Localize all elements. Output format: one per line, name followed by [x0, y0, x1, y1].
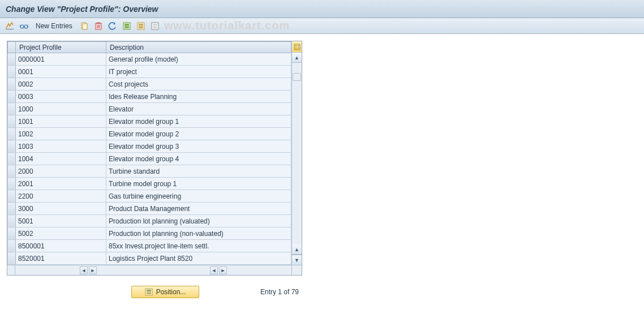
cell-profile[interactable]: 1004	[16, 153, 106, 165]
cell-profile[interactable]: 0002	[16, 78, 106, 91]
cell-description[interactable]: Elevator model group 2	[106, 128, 291, 140]
svg-point-2	[24, 25, 28, 28]
col-header-profile[interactable]: Project Profile	[16, 42, 106, 53]
row-selector[interactable]	[8, 78, 16, 91]
cell-profile[interactable]: 8520001	[16, 252, 106, 265]
row-selector[interactable]	[8, 91, 16, 103]
cell-description[interactable]: Ides Release Planning	[106, 91, 291, 103]
cell-description[interactable]: General profile (model)	[106, 53, 291, 66]
delete-icon[interactable]	[92, 20, 105, 32]
vertical-scrollbar[interactable]: ▲ ▲ ▼	[291, 41, 302, 265]
undo-icon[interactable]	[106, 20, 119, 32]
row-selector[interactable]	[8, 53, 16, 66]
col-header-description[interactable]: Description	[106, 42, 291, 53]
glasses-detail-icon[interactable]	[18, 20, 30, 32]
scroll-down-icon[interactable]: ▼	[292, 255, 302, 265]
cell-description[interactable]: Elevator model group 3	[106, 140, 291, 153]
title-bar: Change View "Project Profile": Overview	[0, 0, 644, 18]
row-selector[interactable]	[8, 190, 16, 203]
cell-description[interactable]: Product Data Management	[106, 203, 291, 215]
row-selector[interactable]	[8, 115, 16, 128]
table-row: 1000Elevator	[8, 103, 291, 115]
copy-icon[interactable]	[78, 20, 91, 32]
cell-profile[interactable]: 1000	[16, 103, 106, 115]
svg-rect-18	[294, 44, 300, 50]
cell-profile[interactable]: 0003	[16, 91, 106, 103]
svg-rect-4	[83, 24, 87, 29]
cell-description[interactable]: Gas turbine engineering	[106, 190, 291, 203]
hscroll-right2-icon[interactable]: ►	[219, 266, 227, 274]
cell-description[interactable]: Elevator model group 1	[106, 115, 291, 128]
row-selector[interactable]	[8, 215, 16, 227]
cell-description[interactable]: Production lot planning (valuated)	[106, 215, 291, 227]
cell-profile[interactable]: 8500001	[16, 240, 106, 252]
row-selector[interactable]	[8, 103, 16, 115]
cell-description[interactable]: Cost projects	[106, 78, 291, 91]
table-row: 2000Turbine standard	[8, 165, 291, 178]
cell-profile[interactable]: 2200	[16, 190, 106, 203]
cell-profile[interactable]: 2000	[16, 165, 106, 178]
cell-profile[interactable]: 0001	[16, 66, 106, 78]
hscroll-left-icon[interactable]: ◄	[80, 266, 88, 274]
row-selector[interactable]	[8, 128, 16, 140]
svg-point-1	[20, 25, 24, 28]
row-selector[interactable]	[8, 227, 16, 240]
cell-description[interactable]: Logistics Project Plant 8520	[106, 252, 291, 265]
row-selector[interactable]	[8, 178, 16, 190]
row-selector[interactable]	[8, 66, 16, 78]
svg-rect-9	[124, 27, 129, 28]
scroll-track[interactable]	[292, 63, 302, 244]
horizontal-scrollbar[interactable]: ◄ ► ◄ ►	[7, 265, 302, 275]
content-area: Project Profile Description 0000001Gener…	[0, 34, 644, 305]
svg-rect-22	[298, 48, 299, 49]
row-selector[interactable]	[8, 240, 16, 252]
cell-profile[interactable]: 2001	[16, 178, 106, 190]
table-config-icon[interactable]	[292, 41, 302, 53]
row-selector[interactable]	[8, 252, 16, 265]
scroll-thumb[interactable]	[293, 73, 301, 81]
hscroll-right-icon[interactable]: ►	[89, 266, 97, 274]
new-entries-button[interactable]: New Entries	[32, 20, 76, 32]
cell-description[interactable]: Elevator	[106, 103, 291, 115]
cell-profile[interactable]: 5001	[16, 215, 106, 227]
row-selector[interactable]	[8, 153, 16, 165]
row-selector[interactable]	[8, 165, 16, 178]
scroll-up2-icon[interactable]: ▲	[292, 244, 302, 255]
select-block-icon[interactable]	[135, 20, 147, 32]
scroll-up-icon[interactable]: ▲	[292, 53, 302, 63]
table-row: 850000185xx Invest.project line-item set…	[8, 240, 291, 252]
cell-description[interactable]: 85xx Invest.project line-item settl.	[106, 240, 291, 252]
table-row: 0000001General profile (model)	[8, 53, 291, 66]
svg-rect-20	[298, 45, 299, 46]
cell-profile[interactable]: 1002	[16, 128, 106, 140]
table-row: 1001Elevator model group 1	[8, 115, 291, 128]
cell-description[interactable]: Turbine model group 1	[106, 178, 291, 190]
svg-rect-16	[153, 25, 157, 27]
header-select-all[interactable]	[8, 42, 16, 53]
cell-description[interactable]: Turbine standard	[106, 165, 291, 178]
hscroll-left2-icon[interactable]: ◄	[210, 266, 218, 274]
row-selector[interactable]	[8, 140, 16, 153]
cell-profile[interactable]: 5002	[16, 227, 106, 240]
cell-profile[interactable]: 1003	[16, 140, 106, 153]
deselect-all-icon[interactable]	[149, 20, 161, 32]
row-selector[interactable]	[8, 203, 16, 215]
table-row: 0001IT project	[8, 66, 291, 78]
page-title: Change View "Project Profile": Overview	[6, 5, 158, 14]
table-row: 8520001Logistics Project Plant 8520	[8, 252, 291, 265]
position-button[interactable]: Position...	[131, 286, 199, 298]
cell-description[interactable]: Production lot planning (non-valuated)	[106, 227, 291, 240]
select-all-icon[interactable]	[121, 20, 133, 32]
cell-description[interactable]: Elevator model group 4	[106, 153, 291, 165]
table-row: 1002Elevator model group 2	[8, 128, 291, 140]
table-row: 0003Ides Release Planning	[8, 91, 291, 103]
table-row: 0002Cost projects	[8, 78, 291, 91]
cell-profile[interactable]: 1001	[16, 115, 106, 128]
toggle-view-icon[interactable]	[3, 20, 16, 32]
cell-profile[interactable]: 0000001	[16, 53, 106, 66]
table-row: 5002Production lot planning (non-valuate…	[8, 227, 291, 240]
cell-profile[interactable]: 3000	[16, 203, 106, 215]
cell-description[interactable]: IT project	[106, 66, 291, 78]
svg-rect-17	[153, 27, 157, 28]
table-row: 5001Production lot planning (valuated)	[8, 215, 291, 227]
